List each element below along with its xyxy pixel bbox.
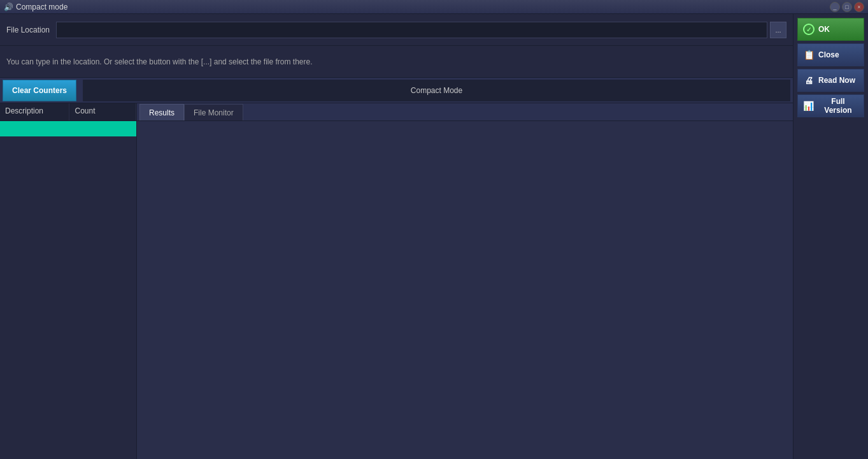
ok-button[interactable]: ✓ OK: [797, 18, 864, 41]
compact-mode-label: Compact Mode: [411, 86, 462, 95]
results-content: [137, 121, 793, 459]
file-location-input[interactable]: [56, 22, 767, 38]
toolbar-row: Clear Counters Compact Mode: [0, 78, 793, 103]
minimize-button[interactable]: _: [830, 2, 840, 12]
tab-results[interactable]: Results: [139, 104, 184, 120]
title-bar-controls: _ □ ×: [830, 2, 864, 12]
description-cell: [0, 121, 69, 136]
browse-button[interactable]: ...: [770, 22, 786, 38]
hint-text: You can type in the location. Or select …: [6, 57, 313, 66]
count-cell: [69, 121, 136, 136]
file-location-label: File Location: [6, 26, 50, 34]
full-version-button[interactable]: 📊 Full Version: [797, 94, 864, 117]
title-bar: 🔊 Compact mode _ □ ×: [0, 0, 868, 14]
content-area: Description Count Results F: [0, 103, 793, 459]
ok-icon: ✓: [803, 24, 815, 35]
table-area: Description Count: [0, 103, 137, 459]
right-panel: ✓ OK 📋 Close 🖨 Read Now 📊 Full Version: [793, 14, 868, 459]
tabs-row: Results File Monitor: [137, 103, 793, 121]
table-row: [0, 121, 136, 136]
close-window-button[interactable]: ×: [854, 2, 864, 12]
table-body: [0, 121, 136, 459]
app-icon: 🔊: [4, 3, 13, 11]
left-panel: File Location ... You can type in the lo…: [0, 14, 793, 459]
full-version-icon: 📊: [803, 101, 814, 111]
main-container: File Location ... You can type in the lo…: [0, 14, 868, 459]
hint-row: You can type in the location. Or select …: [0, 46, 793, 78]
read-now-button[interactable]: 🖨 Read Now: [797, 69, 864, 92]
title-bar-text: Compact mode: [16, 3, 830, 11]
close-icon: 📋: [803, 50, 815, 60]
results-area: Results File Monitor: [137, 103, 793, 459]
file-location-row: File Location ...: [0, 14, 793, 46]
count-header: Count: [69, 103, 136, 120]
maximize-button[interactable]: □: [842, 2, 852, 12]
read-now-icon: 🖨: [803, 75, 815, 85]
compact-mode-bar: Compact Mode: [83, 80, 790, 101]
table-header: Description Count: [0, 103, 136, 121]
description-header: Description: [0, 103, 69, 120]
close-button[interactable]: 📋 Close: [797, 43, 864, 66]
tab-file-monitor[interactable]: File Monitor: [184, 104, 243, 120]
clear-counters-button[interactable]: Clear Counters: [3, 80, 76, 101]
